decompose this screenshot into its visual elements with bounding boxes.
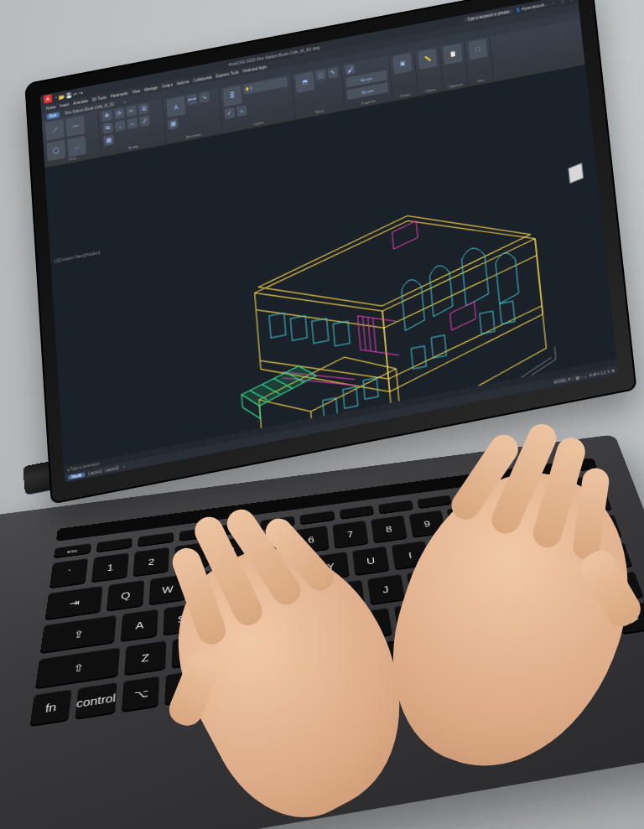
text-tool-icon[interactable]: A: [166, 96, 185, 118]
svg-point-0: [148, 473, 153, 479]
svg-point-2: [164, 464, 169, 470]
qat-new-icon[interactable]: ▫: [55, 95, 58, 101]
key-caps[interactable]: ⇪: [40, 614, 117, 654]
scale-tool-icon[interactable]: ⤢: [139, 116, 150, 127]
key-esc[interactable]: esc: [54, 543, 91, 559]
svg-point-10: [160, 479, 165, 483]
key-tab[interactable]: ⇥: [44, 586, 102, 621]
viewport-label[interactable]: [-][Custom View][Hidden]: [54, 250, 100, 263]
ribbon-panel-properties: 🖌 ByLayer ByLayer Properties: [341, 55, 393, 110]
key-opt[interactable]: ⌥: [121, 676, 159, 712]
line-tool-icon[interactable]: ／: [45, 119, 65, 141]
create-block-icon[interactable]: □: [315, 70, 326, 81]
table-tool-icon[interactable]: ▦: [168, 118, 179, 130]
make-current-icon[interactable]: ✓: [224, 107, 235, 119]
qat-undo-icon[interactable]: ↶: [73, 91, 77, 97]
leader-tool-icon[interactable]: ↘: [199, 91, 210, 103]
panel-label: Groups: [396, 91, 414, 99]
tab-home[interactable]: Home: [46, 105, 56, 111]
panel-label: Layers: [226, 115, 291, 132]
insert-block-icon[interactable]: ⬒: [295, 71, 314, 92]
key-f7[interactable]: [339, 505, 374, 520]
panel-label: Block: [299, 106, 341, 118]
panel-label: Clipboard: [447, 81, 465, 89]
key-2[interactable]: 2: [133, 547, 169, 578]
svg-rect-14: [290, 316, 307, 341]
key-f1[interactable]: [96, 537, 132, 552]
polyline-tool-icon[interactable]: 〰: [65, 116, 85, 137]
maximize-button[interactable]: □: [559, 0, 567, 5]
panel-label: Utilities: [421, 86, 439, 94]
svg-rect-20: [411, 346, 426, 369]
layout-tab-add-icon[interactable]: ＋: [122, 464, 127, 469]
key-grave[interactable]: `: [49, 558, 88, 589]
key-1[interactable]: 1: [91, 552, 129, 583]
key-7[interactable]: 7: [332, 521, 368, 549]
autocad-window: A ▫ 📂 💾 ↶ ↷ AutoCAD 2025 Fire Station-Bo…: [40, 0, 618, 482]
key-fn[interactable]: fn: [30, 689, 72, 727]
layout-tab-1[interactable]: Layout1: [88, 469, 101, 475]
layout-tab-2[interactable]: Layout2: [105, 465, 118, 472]
stretch-tool-icon[interactable]: ↔: [127, 117, 138, 129]
key-ctrl[interactable]: control: [75, 682, 117, 720]
group-icon[interactable]: ▣: [392, 53, 412, 74]
ribbon-panel-annotation: A ⟷ ↘ ▦ Annotation: [163, 88, 222, 145]
key-a[interactable]: A: [121, 609, 158, 642]
svg-line-7: [197, 456, 202, 457]
tab-view[interactable]: View: [132, 89, 141, 95]
key-q[interactable]: Q: [106, 580, 144, 612]
model-tab[interactable]: Model: [68, 472, 86, 479]
tab-addins[interactable]: Add-ins: [177, 79, 190, 85]
key-j[interactable]: J: [367, 574, 405, 606]
qat-save-icon[interactable]: 💾: [65, 91, 71, 98]
qat-open-icon[interactable]: 📂: [59, 93, 65, 100]
laptop: esc ⏻ ` 1234567890-= ⌫ ⇥ QWERTYUIOP[]\ ⇪…: [0, 0, 644, 829]
rotate-tool-icon[interactable]: ⟳: [114, 107, 125, 119]
trim-tool-icon[interactable]: ✂: [127, 106, 138, 117]
match-properties-icon[interactable]: 🖌: [345, 64, 356, 75]
svg-line-9: [214, 457, 219, 458]
svg-line-5: [180, 463, 185, 464]
tab-insert[interactable]: Insert: [60, 102, 69, 108]
svg-rect-18: [343, 387, 358, 409]
key-z[interactable]: Z: [124, 640, 166, 676]
close-button[interactable]: ×: [568, 0, 575, 3]
measure-icon[interactable]: 📏: [418, 49, 437, 70]
minimize-button[interactable]: −: [550, 0, 557, 7]
key-f9[interactable]: [417, 495, 452, 509]
key-f2[interactable]: [138, 532, 174, 547]
key-u[interactable]: U: [352, 546, 390, 576]
match-layer-icon[interactable]: ≈: [236, 105, 247, 117]
layer-properties-icon[interactable]: ≣: [223, 85, 242, 106]
edit-block-icon[interactable]: ✎: [328, 67, 339, 79]
copy-tool-icon[interactable]: ⧉: [138, 103, 149, 115]
array-tool-icon[interactable]: ▦: [103, 135, 114, 147]
move-tool-icon[interactable]: ✥: [101, 110, 112, 122]
view-cube-face[interactable]: [568, 163, 583, 184]
key-f6[interactable]: [299, 510, 335, 525]
key-8[interactable]: 8: [371, 515, 408, 543]
ribbon-panel-draw: ／ 〰 ◯ ◡ Draw: [42, 111, 101, 168]
qat-redo-icon[interactable]: ↷: [79, 90, 83, 96]
svg-point-11: [177, 473, 182, 479]
paste-icon[interactable]: 📋: [443, 44, 462, 65]
svg-rect-16: [333, 321, 350, 346]
svg-rect-15: [312, 319, 329, 344]
ribbon-panel-view: ⬚ View: [465, 36, 494, 86]
svg-rect-22: [480, 311, 495, 334]
svg-line-3: [164, 470, 169, 471]
fillet-tool-icon[interactable]: ◟: [115, 120, 126, 132]
app-logo-icon[interactable]: A: [44, 94, 52, 104]
dimension-tool-icon[interactable]: ⟷: [187, 94, 198, 106]
view-cube[interactable]: [563, 163, 589, 192]
svg-rect-23: [500, 301, 515, 324]
svg-line-1: [148, 479, 153, 479]
key-f8[interactable]: [378, 500, 413, 514]
ribbon-panel-block: ⬒ □ ✎ Block: [292, 65, 345, 120]
svg-point-12: [194, 466, 199, 472]
tab-output[interactable]: Output: [162, 82, 174, 88]
panel-label: Annotation: [169, 129, 219, 142]
ribbon-panel-groups: ▣ Groups: [389, 51, 418, 101]
mirror-tool-icon[interactable]: ⇋: [102, 122, 113, 134]
base-view-icon[interactable]: ⬚: [468, 39, 487, 60]
